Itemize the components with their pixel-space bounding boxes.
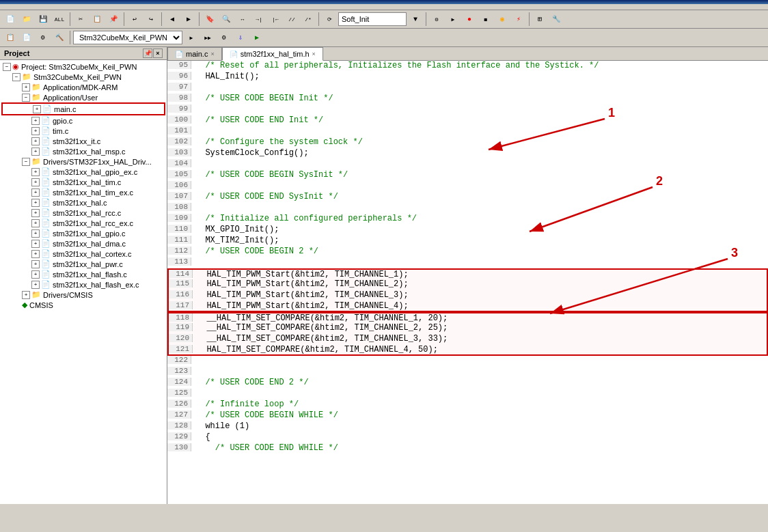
menu-svcs[interactable]: [79, 5, 87, 8]
drivers-expand[interactable]: −: [22, 158, 30, 166]
tb2-run1[interactable]: ▶: [184, 30, 199, 45]
tree-hal-rcc-ex[interactable]: + 📄 stm32f1xx_hal_rcc_ex.c: [1, 218, 165, 228]
tree-gpio-c[interactable]: + 📄 gpio.c: [1, 115, 165, 126]
hal-gpio-expand[interactable]: +: [31, 229, 40, 238]
app-user-expand[interactable]: −: [22, 94, 30, 102]
new-file-btn[interactable]: 📄: [3, 12, 18, 27]
loop-btn[interactable]: ⟳: [322, 12, 337, 27]
tree-tim-c[interactable]: + 📄 tim.c: [1, 126, 165, 136]
nav-back-btn[interactable]: ◀: [165, 12, 180, 27]
tree-hal-tim[interactable]: + 📄 stm32f1xx_hal_tim.c: [1, 177, 165, 187]
stop-btn[interactable]: ◼: [478, 12, 493, 27]
menu-window[interactable]: [89, 5, 97, 8]
tb2-btn2[interactable]: 📄: [19, 30, 34, 45]
copy-btn[interactable]: 📋: [90, 12, 105, 27]
tab-main-c-close[interactable]: ×: [210, 51, 214, 57]
dropdown-btn[interactable]: ▼: [408, 12, 423, 27]
menu-debug[interactable]: [51, 5, 59, 8]
uncomment-btn[interactable]: /*: [301, 12, 316, 27]
tree-main-c[interactable]: + 📄 main.c: [1, 102, 165, 115]
build-btn[interactable]: ▶: [445, 12, 461, 27]
hal-pwr-expand[interactable]: +: [31, 260, 40, 268]
tb2-run2[interactable]: ▶▶: [200, 30, 215, 45]
menu-flash[interactable]: [41, 5, 49, 8]
bookmark-btn[interactable]: 🔖: [202, 12, 217, 27]
tree-hal-flash-ex[interactable]: + 📄 stm32f1xx_hal_flash_ex.c: [1, 279, 165, 290]
cut-btn[interactable]: ✂: [73, 12, 88, 27]
tb2-btn1[interactable]: 📋: [3, 30, 18, 45]
soft-init-input[interactable]: [338, 12, 407, 26]
project-select[interactable]: Stm32CubeMx_Keil_PWN: [73, 31, 182, 44]
flash-btn[interactable]: ⚡: [511, 12, 526, 27]
tree-hal-gpio[interactable]: + 📄 stm32f1xx_hal_gpio.c: [1, 228, 165, 238]
tree-root[interactable]: − ◉ Project: Stm32CubeMx_Keil_PWN: [1, 61, 165, 72]
tree-drivers-cmsis[interactable]: + 📁 Drivers/CMSIS: [1, 290, 165, 300]
it-expand[interactable]: +: [31, 137, 40, 145]
tb2-settings[interactable]: ⚙: [217, 30, 232, 45]
main-c-expand[interactable]: +: [33, 105, 41, 113]
gpio-expand[interactable]: +: [31, 117, 40, 125]
tab-hal-tim-h-close[interactable]: ×: [312, 51, 316, 57]
paste-btn[interactable]: 📌: [106, 12, 121, 27]
tree-hal-cortex[interactable]: + 📄 stm32f1xx_hal_cortex.c: [1, 249, 165, 259]
msp-expand[interactable]: +: [31, 148, 40, 156]
tb2-btn4[interactable]: 🔨: [52, 30, 67, 45]
debug-btn[interactable]: ◉: [495, 12, 510, 27]
hal-expand[interactable]: +: [31, 199, 40, 207]
indent-btn[interactable]: →|: [251, 12, 266, 27]
panel-close-btn[interactable]: ×: [153, 48, 163, 58]
outdent-btn[interactable]: |←: [268, 12, 283, 27]
hal-flash-ex-expand[interactable]: +: [31, 281, 40, 289]
hal-tim-expand[interactable]: +: [31, 178, 40, 186]
menu-help[interactable]: [98, 5, 107, 8]
tree-app-user[interactable]: − 📁 Application/User: [1, 92, 165, 102]
save-btn[interactable]: 💾: [36, 12, 51, 27]
menu-tools[interactable]: [70, 5, 78, 8]
tree-app-mdk[interactable]: + 📁 Application/MDK-ARM: [1, 82, 165, 92]
tree-node-1[interactable]: − 📁 Stm32CubeMx_Keil_PWN: [1, 72, 165, 82]
root-expand[interactable]: −: [3, 63, 11, 71]
tree-drivers-hal[interactable]: − 📁 Drivers/STM32F1xx_HAL_Driv...: [1, 156, 165, 167]
run-btn[interactable]: ●: [462, 12, 477, 27]
tree-hal[interactable]: + 📄 stm32f1xx_hal.c: [1, 197, 165, 208]
tree-it-c[interactable]: + 📄 stm32f1xx_it.c: [1, 136, 165, 146]
node1-expand[interactable]: −: [12, 73, 20, 81]
save-all-btn[interactable]: ALL: [52, 12, 67, 27]
hal-dma-expand[interactable]: +: [31, 240, 40, 248]
tree-hal-pwr[interactable]: + 📄 stm32f1xx_hal_pwr.c: [1, 259, 165, 269]
cmsis-expand[interactable]: +: [22, 291, 30, 299]
tree-cmsis-component[interactable]: ◆ CMSIS: [1, 300, 165, 310]
tb2-flash[interactable]: ⇩: [233, 30, 248, 45]
hal-tim-ex-expand[interactable]: +: [31, 188, 40, 197]
find-btn[interactable]: 🔍: [219, 12, 234, 27]
hal-cortex-expand[interactable]: +: [31, 250, 40, 258]
tree-hal-rcc[interactable]: + 📄 stm32f1xx_hal_rcc.c: [1, 208, 165, 218]
tree-hal-dma[interactable]: + 📄 stm32f1xx_hal_dma.c: [1, 238, 165, 249]
app-mdk-expand[interactable]: +: [22, 83, 30, 92]
menu-edit[interactable]: [12, 5, 20, 8]
open-btn[interactable]: 📁: [19, 12, 34, 27]
settings-btn[interactable]: 🔧: [549, 12, 564, 27]
tree-hal-flash[interactable]: + 📄 stm32f1xx_hal_flash.c: [1, 269, 165, 279]
windows-btn[interactable]: ⊞: [532, 12, 547, 27]
replace-btn[interactable]: ↔: [235, 12, 250, 27]
undo-btn[interactable]: ↩: [127, 12, 142, 27]
hal-flash-expand[interactable]: +: [31, 270, 40, 279]
tree-gpio-ex[interactable]: + 📄 stm32f1xx_hal_gpio_ex.c: [1, 167, 165, 177]
panel-pin-btn[interactable]: 📌: [143, 48, 152, 58]
tb2-debug[interactable]: ▶: [249, 30, 264, 45]
target-btn[interactable]: ⚙: [429, 12, 444, 27]
tab-main-c[interactable]: 📄 main.c ×: [167, 47, 222, 60]
menu-peripherals[interactable]: [60, 5, 68, 8]
tree-msp-c[interactable]: + 📄 stm32f1xx_hal_msp.c: [1, 146, 165, 156]
tb2-btn3[interactable]: ⚙: [36, 30, 51, 45]
hal-rcc-expand[interactable]: +: [31, 209, 40, 217]
code-editor[interactable]: 95 /* Reset of all peripherals, Initiali…: [167, 61, 768, 504]
menu-project[interactable]: [31, 5, 40, 8]
tim-expand[interactable]: +: [31, 127, 40, 135]
gpio-ex-expand[interactable]: +: [31, 168, 40, 176]
redo-btn[interactable]: ↪: [143, 12, 159, 27]
menu-view[interactable]: [22, 5, 30, 8]
nav-fwd-btn[interactable]: ▶: [181, 12, 196, 27]
menu-file[interactable]: [3, 5, 11, 8]
